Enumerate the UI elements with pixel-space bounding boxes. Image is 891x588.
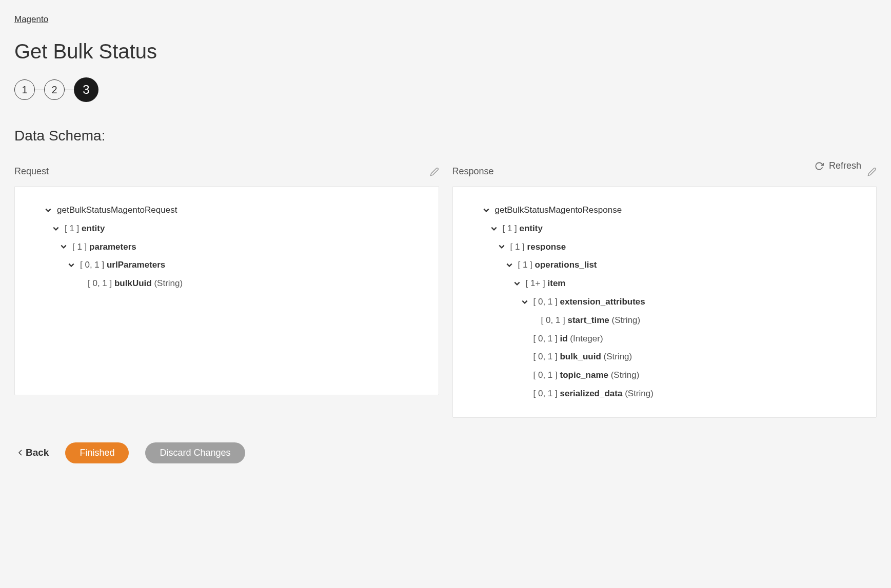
- field-name: getBulkStatusMagentoRequest: [57, 205, 177, 215]
- step-connector: [35, 90, 44, 90]
- tree-row: [ 0, 1 ] serialized_data (String): [462, 384, 862, 403]
- chevron-down-icon[interactable]: [513, 280, 521, 287]
- field-type: (String): [611, 315, 640, 325]
- step-3[interactable]: 3: [74, 77, 98, 102]
- cardinality: [ 1 ]: [518, 260, 535, 270]
- field-type: (Integer): [570, 334, 603, 343]
- response-panel: getBulkStatusMagentoResponse[ 1 ] entity…: [452, 186, 877, 418]
- request-panel-title: Request: [14, 166, 49, 177]
- tree-row[interactable]: [ 1 ] response: [462, 238, 862, 256]
- chevron-down-icon[interactable]: [60, 243, 67, 250]
- tree-row[interactable]: [ 1 ] parameters: [24, 238, 424, 256]
- step-2[interactable]: 2: [44, 79, 65, 100]
- field-name: urlParameters: [107, 260, 165, 270]
- field-name: entity: [82, 224, 105, 233]
- field-name: item: [548, 278, 566, 288]
- chevron-down-icon[interactable]: [521, 298, 528, 306]
- field-name: start_time: [567, 315, 609, 325]
- cardinality: [ 0, 1 ]: [533, 389, 560, 398]
- tree-row: [ 0, 1 ] id (Integer): [462, 330, 862, 348]
- tree-row: [ 0, 1 ] bulk_uuid (String): [462, 348, 862, 366]
- field-name: parameters: [89, 242, 136, 252]
- cardinality: [ 0, 1 ]: [533, 297, 560, 307]
- chevron-down-icon[interactable]: [483, 207, 490, 214]
- field-name: extension_attributes: [560, 297, 645, 307]
- stepper: 1 2 3: [14, 77, 877, 102]
- tree-row: [ 0, 1 ] topic_name (String): [462, 366, 862, 384]
- edit-response-icon[interactable]: [867, 167, 877, 176]
- cardinality: [ 0, 1 ]: [88, 278, 114, 288]
- chevron-left-icon: [18, 450, 23, 456]
- tree-row[interactable]: getBulkStatusMagentoRequest: [24, 201, 424, 219]
- tree-row: [ 0, 1 ] start_time (String): [462, 311, 862, 330]
- chevron-down-icon[interactable]: [506, 261, 513, 269]
- tree-row[interactable]: [ 1 ] entity: [462, 219, 862, 238]
- field-name: entity: [520, 224, 543, 233]
- chevron-down-icon[interactable]: [498, 243, 505, 250]
- cardinality: [ 0, 1 ]: [533, 352, 560, 361]
- cardinality: [ 1 ]: [65, 224, 82, 233]
- edit-request-icon[interactable]: [430, 167, 439, 176]
- tree-row[interactable]: [ 1 ] entity: [24, 219, 424, 238]
- chevron-down-icon[interactable]: [68, 261, 75, 269]
- chevron-down-icon[interactable]: [45, 207, 52, 214]
- field-type: (String): [154, 278, 183, 288]
- tree-row[interactable]: [ 0, 1 ] extension_attributes: [462, 293, 862, 311]
- cardinality: [ 0, 1 ]: [533, 370, 560, 380]
- field-name: getBulkStatusMagentoResponse: [495, 205, 622, 215]
- field-type: (String): [604, 352, 632, 361]
- step-1[interactable]: 1: [14, 79, 35, 100]
- field-name: topic_name: [560, 370, 608, 380]
- field-name: serialized_data: [560, 389, 622, 398]
- discard-button[interactable]: Discard Changes: [145, 442, 245, 463]
- cardinality: [ 0, 1 ]: [541, 315, 568, 325]
- tree-row[interactable]: [ 1 ] operations_list: [462, 256, 862, 274]
- tree-row: [ 0, 1 ] bulkUuid (String): [24, 274, 424, 293]
- page-title: Get Bulk Status: [14, 40, 877, 63]
- cardinality: [ 1 ]: [72, 242, 89, 252]
- field-type: (String): [625, 389, 654, 398]
- back-button[interactable]: Back: [18, 447, 49, 458]
- cardinality: [ 1 ]: [510, 242, 527, 252]
- field-name: id: [560, 334, 567, 343]
- back-label: Back: [26, 447, 49, 458]
- tree-row[interactable]: [ 0, 1 ] urlParameters: [24, 256, 424, 274]
- field-name: response: [527, 242, 566, 252]
- field-name: bulkUuid: [114, 278, 152, 288]
- field-name: operations_list: [535, 260, 597, 270]
- tree-row[interactable]: [ 1+ ] item: [462, 274, 862, 293]
- breadcrumb-magento[interactable]: Magento: [14, 14, 48, 25]
- step-connector: [65, 90, 74, 90]
- finished-button[interactable]: Finished: [65, 442, 129, 463]
- field-type: (String): [611, 370, 640, 380]
- cardinality: [ 1+ ]: [526, 278, 548, 288]
- tree-row[interactable]: getBulkStatusMagentoResponse: [462, 201, 862, 219]
- response-panel-title: Response: [452, 166, 494, 177]
- cardinality: [ 1 ]: [503, 224, 520, 233]
- cardinality: [ 0, 1 ]: [533, 334, 560, 343]
- chevron-down-icon[interactable]: [52, 225, 60, 232]
- cardinality: [ 0, 1 ]: [80, 260, 107, 270]
- request-panel: getBulkStatusMagentoRequest[ 1 ] entity[…: [14, 186, 439, 395]
- chevron-down-icon[interactable]: [490, 225, 498, 232]
- field-name: bulk_uuid: [560, 352, 601, 361]
- section-title: Data Schema:: [14, 128, 877, 144]
